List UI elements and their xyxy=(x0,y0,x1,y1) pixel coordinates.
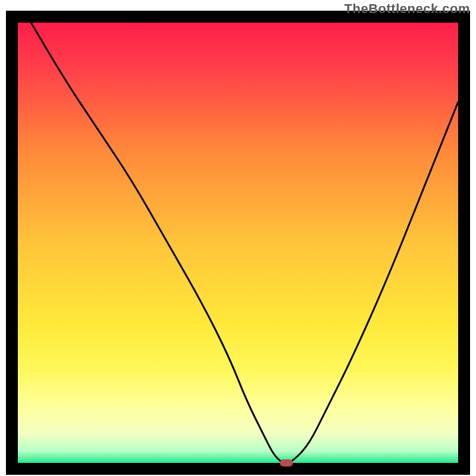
plot-area xyxy=(12,17,464,469)
bottleneck-chart xyxy=(0,0,476,476)
plot-background xyxy=(12,17,464,469)
watermark-text: TheBottleneck.com xyxy=(345,1,470,17)
chart-frame: TheBottleneck.com xyxy=(0,0,476,476)
optimal-marker xyxy=(280,459,293,466)
